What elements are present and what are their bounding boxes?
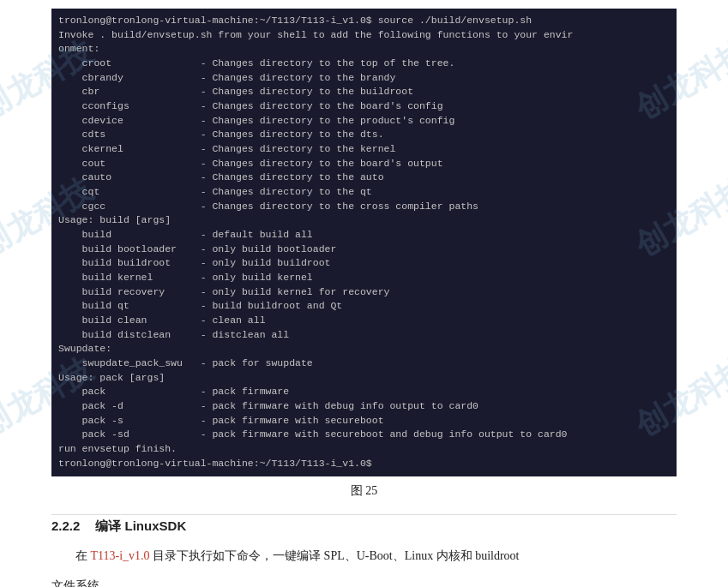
terminal-line-27: pack -d - pack firmware with debug info …	[58, 399, 670, 414]
terminal-line-29: pack -sd - pack firmware with secureboot…	[58, 428, 670, 442]
terminal-line-19: build recovery - only build kernel for r…	[58, 285, 670, 300]
terminal-line-30: run envsetup finish.	[58, 442, 670, 457]
terminal-line-3: croot - Changes directory to the top of …	[58, 57, 670, 71]
terminal-line-16: build bootloader - only build bootloader	[58, 243, 670, 257]
terminal-line-23: Swupdate:	[58, 342, 670, 356]
highlight-path: T113-i_v1.0	[91, 549, 150, 562]
terminal-line-20: build qt - build buildroot and Qt	[58, 299, 670, 314]
terminal-line-26: pack - pack firmware	[58, 385, 670, 399]
terminal-line-10: cout - Changes directory to the board's …	[58, 157, 670, 171]
terminal-line-28: pack -s - pack firmware with secureboot	[58, 414, 670, 428]
terminal-line-14: Usage: build [args]	[58, 213, 670, 228]
terminal-line-2: onment:	[58, 42, 670, 57]
terminal-line-24: swupdate_pack_swu - pack for swupdate	[58, 356, 670, 371]
terminal-line-4: cbrandy - Changes directory to the brand…	[58, 71, 670, 86]
terminal-line-25: Usage: pack [args]	[58, 371, 670, 386]
terminal-line-0: tronlong@tronlong-virtual-machine:~/T113…	[58, 14, 670, 28]
section-body: 在 T113-i_v1.0 目录下执行如下命令，一键编译 SPL、U-Boot、…	[51, 545, 677, 567]
terminal-wrapper: tronlong@tronlong-virtual-machine:~/T113…	[51, 9, 677, 476]
terminal-line-1: Invoke . build/envsetup.sh from your she…	[58, 28, 670, 43]
section-body-2: 文件系统。	[51, 575, 677, 587]
section-divider	[51, 514, 677, 515]
section-title: 编译 LinuxSDK	[95, 518, 186, 535]
terminal-line-5: cbr - Changes directory to the buildroot	[58, 85, 670, 99]
section-heading: 2.2.2 编译 LinuxSDK	[51, 518, 677, 535]
figure-caption: 图 25	[0, 483, 728, 499]
terminal-line-31: tronlong@tronlong-virtual-machine:~/T113…	[58, 457, 670, 471]
terminal-line-21: build clean - clean all	[58, 314, 670, 328]
section-number: 2.2.2	[51, 518, 80, 533]
terminal-line-7: cdevice - Changes directory to the produ…	[58, 114, 670, 129]
terminal-line-8: cdts - Changes directory to the dts.	[58, 128, 670, 142]
terminal-line-15: build - default build all	[58, 228, 670, 243]
content-area: 2.2.2 编译 LinuxSDK 在 T113-i_v1.0 目录下执行如下命…	[0, 518, 728, 588]
terminal-line-6: cconfigs - Changes directory to the boar…	[58, 99, 670, 114]
terminal-line-11: cauto - Changes directory to the auto	[58, 171, 670, 185]
terminal-line-13: cgcc - Changes directory to the cross co…	[58, 200, 670, 214]
terminal-line-18: build kernel - only build kernel	[58, 271, 670, 285]
terminal-line-9: ckernel - Changes directory to the kerne…	[58, 142, 670, 157]
page-container: 创龙科技 创龙科技 创龙科技 创龙科技 创龙科技 创龙科技 tronlong@t…	[0, 9, 728, 587]
terminal: tronlong@tronlong-virtual-machine:~/T113…	[51, 9, 677, 476]
terminal-line-17: build buildroot - only build buildroot	[58, 256, 670, 271]
terminal-line-22: build distclean - distclean all	[58, 328, 670, 343]
terminal-line-12: cqt - Changes directory to the qt	[58, 185, 670, 200]
